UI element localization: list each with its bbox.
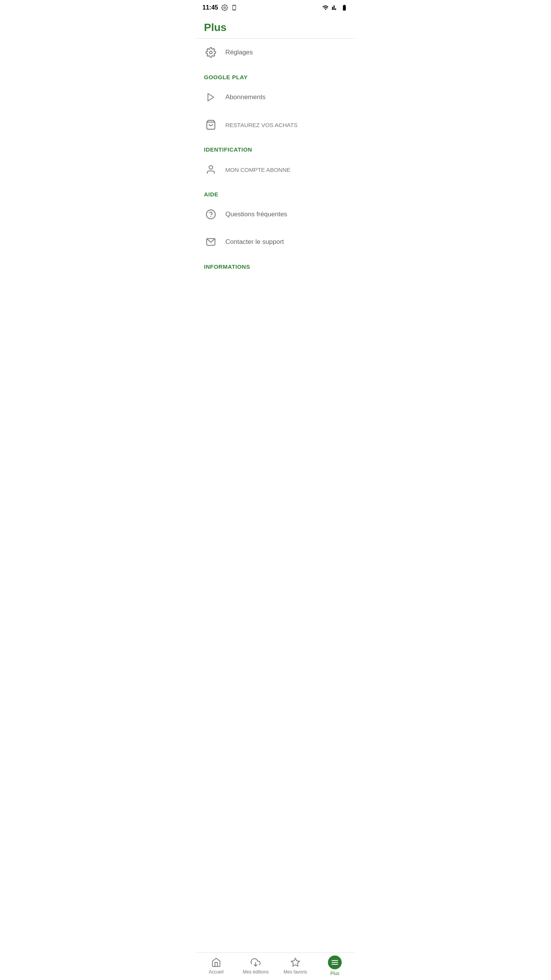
wifi-icon [322,4,329,11]
section-header-informations: INFORMATIONS [196,256,355,273]
abonnements-label: Abonnements [225,93,266,101]
section-header-google-play: GOOGLE PLAY [196,66,355,83]
battery-icon [340,4,349,11]
status-bar-right [322,4,349,11]
support-label: Contacter le support [225,238,284,246]
menu-item-reglages[interactable]: Réglages [196,39,355,66]
help-icon [204,207,218,221]
mail-icon [204,235,218,249]
page-header: Plus [196,15,355,39]
svg-point-4 [209,166,212,169]
svg-point-1 [210,51,212,54]
svg-point-0 [224,7,226,9]
main-content: Réglages GOOGLE PLAY Abonnements RESTAUR… [196,39,355,304]
menu-item-mon-compte[interactable]: MON COMPTE ABONNE [196,156,355,183]
restaurer-label: RESTAUREZ VOS ACHATS [225,122,298,128]
user-icon [204,163,218,176]
menu-item-support[interactable]: Contacter le support [196,228,355,256]
svg-point-5 [206,210,215,219]
mon-compte-label: MON COMPTE ABONNE [225,167,290,173]
status-bar-left: 11:45 [202,4,237,11]
questions-label: Questions fréquentes [225,211,287,218]
settings-status-icon [221,4,228,11]
status-bar: 11:45 [196,0,355,15]
svg-marker-2 [208,93,214,101]
reglages-label: Réglages [225,49,253,56]
menu-item-restaurer[interactable]: RESTAUREZ VOS ACHATS [196,111,355,139]
sim-icon [231,4,237,11]
section-header-aide: AIDE [196,183,355,201]
gear-icon [204,46,218,59]
signal-icon [332,4,338,11]
menu-item-questions[interactable]: Questions fréquentes [196,201,355,228]
page-title: Plus [204,21,347,34]
time-display: 11:45 [202,4,218,11]
menu-item-abonnements[interactable]: Abonnements [196,83,355,111]
bag-icon [204,118,218,132]
section-header-identification: IDENTIFICATION [196,139,355,156]
play-icon [204,90,218,104]
